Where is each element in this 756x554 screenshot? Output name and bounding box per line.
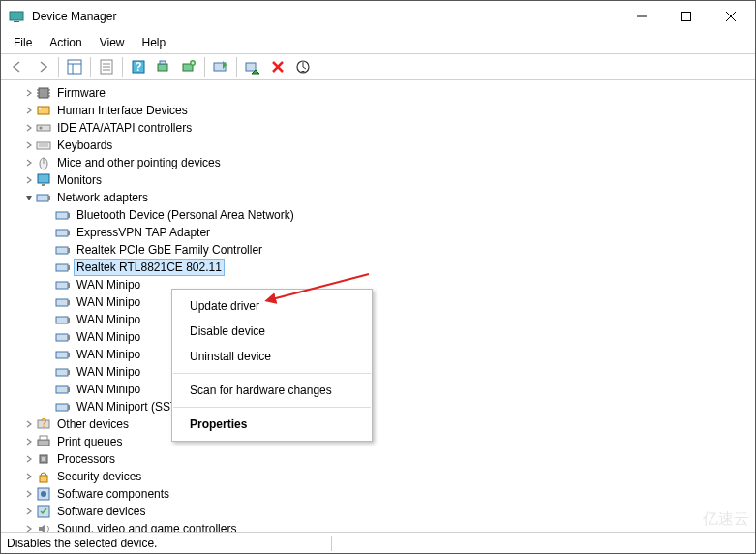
tree-device[interactable]: WAN Minipo xyxy=(9,293,755,311)
tree-device[interactable]: Bluetooth Device (Personal Area Network) xyxy=(9,206,755,224)
maximize-button[interactable] xyxy=(664,1,709,32)
tree-category[interactable]: Monitors xyxy=(9,171,755,189)
context-menu-item[interactable]: Disable device xyxy=(172,319,372,344)
tree-category[interactable]: Human Interface Devices xyxy=(9,102,755,119)
svg-rect-73 xyxy=(40,436,47,440)
chevron-right-icon[interactable] xyxy=(22,452,36,466)
chevron-right-icon[interactable] xyxy=(22,138,36,152)
category-label: Sound, video and game controllers xyxy=(55,521,238,532)
back-button[interactable] xyxy=(6,55,29,78)
tree-category[interactable]: Software devices xyxy=(9,503,755,520)
svg-rect-67 xyxy=(68,387,70,392)
tree-device[interactable]: ExpressVPN TAP Adapter xyxy=(9,224,755,241)
menu-action[interactable]: Action xyxy=(41,34,90,51)
chevron-right-icon[interactable] xyxy=(22,104,36,117)
device-label: Realtek PCIe GbE Family Controller xyxy=(75,242,264,258)
add-legacy-hardware-button[interactable] xyxy=(177,55,200,78)
tree-category[interactable]: Firmware xyxy=(9,84,755,102)
tree-device[interactable]: Realtek PCIe GbE Family Controller xyxy=(9,241,755,259)
chevron-right-icon[interactable] xyxy=(22,417,36,431)
tree-category[interactable]: Processors xyxy=(9,450,755,468)
minimize-button[interactable] xyxy=(620,1,664,32)
svg-rect-75 xyxy=(42,457,45,461)
svg-rect-3 xyxy=(682,13,691,21)
svg-rect-65 xyxy=(68,370,70,375)
tree-category[interactable]: IDE ATA/ATAPI controllers xyxy=(9,119,755,137)
chevron-right-icon[interactable] xyxy=(22,470,36,483)
tree-category[interactable]: Mice and other pointing devices xyxy=(9,154,755,171)
device-manager-window: Device Manager File Action View Help ? xyxy=(0,0,756,554)
svg-rect-26 xyxy=(39,88,48,98)
titlebar: Device Manager xyxy=(1,1,755,32)
chevron-right-icon[interactable] xyxy=(22,173,36,187)
network-adapter-icon xyxy=(55,294,71,310)
category-icon xyxy=(36,451,51,467)
context-menu-item[interactable]: Uninstall device xyxy=(172,344,372,369)
menubar: File Action View Help xyxy=(1,32,755,53)
chevron-right-icon[interactable] xyxy=(22,86,36,100)
chevron-right-icon[interactable] xyxy=(22,156,36,169)
device-tree[interactable]: FirmwareHuman Interface DevicesIDE ATA/A… xyxy=(1,80,755,532)
forward-button[interactable] xyxy=(31,55,54,78)
toolbar-separator xyxy=(204,57,205,77)
menu-view[interactable]: View xyxy=(91,34,134,51)
category-label: Keyboards xyxy=(55,138,114,153)
svg-rect-22 xyxy=(246,63,256,71)
chevron-right-icon[interactable] xyxy=(22,121,36,135)
tree-device[interactable]: WAN Minipo xyxy=(9,311,755,328)
tree-category[interactable]: Print queues xyxy=(9,433,755,450)
svg-rect-66 xyxy=(56,386,68,393)
device-label: ExpressVPN TAP Adapter xyxy=(75,225,212,240)
context-menu-item[interactable]: Scan for hardware changes xyxy=(172,378,372,403)
context-menu-item[interactable]: Update driver xyxy=(172,293,372,319)
close-button[interactable] xyxy=(709,1,753,32)
tree-category[interactable]: Keyboards xyxy=(9,137,755,154)
svg-rect-64 xyxy=(56,369,68,376)
tree-category-network-adapters[interactable]: Network adapters xyxy=(9,189,755,206)
category-icon xyxy=(36,486,51,502)
menu-help[interactable]: Help xyxy=(134,34,175,51)
scan-hardware-button[interactable] xyxy=(152,55,175,78)
svg-rect-61 xyxy=(68,335,70,340)
tree-category[interactable]: Security devices xyxy=(9,468,755,485)
tree-category[interactable]: Software components xyxy=(9,485,755,503)
help-button[interactable]: ? xyxy=(127,55,150,78)
svg-rect-43 xyxy=(42,184,45,186)
toolbar-separator xyxy=(236,57,237,77)
svg-rect-69 xyxy=(68,405,70,410)
chevron-right-icon[interactable] xyxy=(22,435,36,448)
svg-rect-16 xyxy=(160,61,166,64)
chevron-down-icon[interactable] xyxy=(22,191,36,204)
tree-device[interactable]: WAN Minipo xyxy=(9,276,755,293)
properties-button[interactable] xyxy=(95,55,118,78)
tree-device[interactable]: Realtek RTL8821CE 802.11 xyxy=(9,259,755,276)
network-adapter-icon xyxy=(55,260,71,275)
chevron-right-icon[interactable] xyxy=(22,522,36,532)
network-adapter-icon xyxy=(55,225,71,240)
svg-rect-45 xyxy=(48,196,50,200)
network-adapter-icon xyxy=(36,190,51,205)
chevron-right-icon[interactable] xyxy=(22,487,36,501)
tree-device[interactable]: WAN Minipo xyxy=(9,381,755,398)
svg-rect-57 xyxy=(68,300,70,305)
tree-device[interactable]: WAN Minipo xyxy=(9,346,755,363)
menu-file[interactable]: File xyxy=(5,34,41,51)
category-icon xyxy=(36,521,51,532)
chevron-right-icon[interactable] xyxy=(22,505,36,518)
svg-rect-1 xyxy=(14,21,19,22)
tree-category[interactable]: Sound, video and game controllers xyxy=(9,520,755,532)
update-driver-button[interactable] xyxy=(209,55,232,78)
tree-device[interactable]: WAN Minipo xyxy=(9,363,755,381)
disable-device-button[interactable] xyxy=(241,55,264,78)
scan-changes-button[interactable] xyxy=(291,55,315,78)
category-label: Monitors xyxy=(55,172,104,188)
tree-device[interactable]: WAN Minipo xyxy=(9,328,755,346)
category-label: Other devices xyxy=(55,416,131,432)
tree-device[interactable]: WAN Miniport (SSTP) xyxy=(9,398,755,416)
show-hide-console-button[interactable] xyxy=(63,55,86,78)
context-menu-item[interactable]: Properties xyxy=(172,412,372,437)
statusbar: Disables the selected device. xyxy=(1,532,755,553)
network-adapter-icon xyxy=(55,347,71,362)
tree-category[interactable]: ?Other devices xyxy=(9,416,755,433)
uninstall-device-button[interactable] xyxy=(266,55,289,78)
